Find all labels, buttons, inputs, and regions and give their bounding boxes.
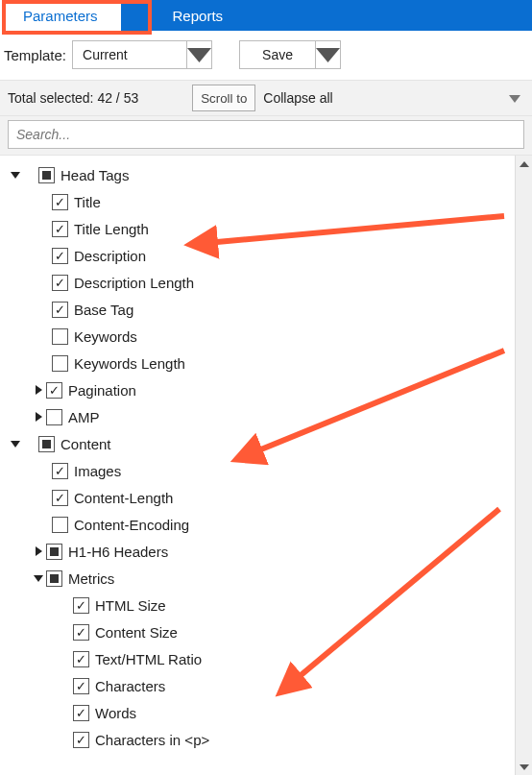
tree-item-title-length[interactable]: Title Length [0, 215, 532, 242]
template-value: Current [83, 47, 128, 62]
tree: Head Tags Title Title Length Description… [0, 156, 532, 753]
tree-item-description[interactable]: Description [0, 242, 532, 269]
tab-parameters[interactable]: Parameters [0, 0, 121, 31]
tree-label: Characters [95, 678, 165, 694]
tree-container: Head Tags Title Title Length Description… [0, 155, 532, 775]
vertical-scrollbar[interactable] [515, 156, 532, 775]
tree-group-amp[interactable]: AMP [0, 403, 532, 430]
tree-group-metrics[interactable]: Metrics [0, 565, 532, 592]
chevron-down-icon [187, 48, 211, 62]
checkbox[interactable] [52, 302, 68, 318]
tree-item-characters-in-p[interactable]: Characters in <p> [0, 726, 532, 753]
tree-label: Words [95, 705, 136, 721]
checkbox[interactable] [52, 355, 68, 372]
expand-toggle[interactable] [31, 412, 46, 422]
tree-label: Base Tag [74, 302, 133, 318]
collapse-all-button[interactable]: Collapse all [263, 90, 497, 106]
search-row [0, 116, 532, 155]
tree-label: Keywords Length [74, 355, 185, 372]
checkbox[interactable] [46, 570, 62, 587]
tree-label: Description [74, 248, 146, 264]
save-dropdown-button[interactable] [316, 40, 341, 69]
save-label: Save [262, 47, 293, 62]
expand-toggle[interactable] [31, 573, 46, 583]
tree-item-keywords-length[interactable]: Keywords Length [0, 350, 532, 376]
options-dropdown[interactable] [505, 90, 524, 106]
tree-label: Content [60, 436, 111, 452]
tree-item-images[interactable]: Images [0, 457, 532, 484]
checkbox[interactable] [52, 463, 68, 479]
tree-item-words[interactable]: Words [0, 699, 532, 726]
tree-item-characters[interactable]: Characters [0, 672, 532, 699]
template-label: Template: [4, 47, 66, 63]
tree-label: Description Length [74, 275, 194, 291]
checkbox[interactable] [52, 517, 68, 533]
tree-label: AMP [68, 409, 100, 425]
expand-toggle[interactable] [8, 170, 23, 180]
checkbox[interactable] [73, 624, 89, 641]
checkbox[interactable] [73, 651, 89, 667]
tree-item-description-length[interactable]: Description Length [0, 269, 532, 296]
template-select[interactable]: Current [72, 40, 212, 69]
tree-label: Title Length [74, 221, 149, 237]
tab-reports-label: Reports [173, 8, 224, 24]
tree-item-content-size[interactable]: Content Size [0, 618, 532, 645]
tree-label: Text/HTML Ratio [95, 651, 202, 667]
tree-label: Keywords [74, 328, 137, 345]
tree-group-pagination[interactable]: Pagination [0, 376, 532, 403]
tree-label: Content-Length [74, 490, 173, 506]
checkbox[interactable] [52, 248, 68, 264]
tree-group-head-tags[interactable]: Head Tags [0, 161, 532, 188]
expand-toggle[interactable] [31, 546, 46, 556]
chevron-down-icon [316, 48, 340, 62]
checkbox[interactable] [73, 597, 89, 614]
checkbox[interactable] [73, 678, 89, 694]
status-bar: Total selected: 42 / 53 Scroll to Collap… [0, 80, 532, 116]
tree-item-keywords[interactable]: Keywords [0, 323, 532, 350]
tree-label: Content-Encoding [74, 517, 189, 533]
checkbox[interactable] [73, 705, 89, 721]
expand-toggle[interactable] [8, 439, 23, 448]
checkbox[interactable] [46, 382, 62, 399]
checkbox[interactable] [46, 544, 62, 560]
tree-label: Head Tags [60, 167, 129, 183]
expand-toggle[interactable] [31, 385, 46, 395]
scroll-up-button[interactable] [516, 156, 532, 173]
tree-item-content-encoding[interactable]: Content-Encoding [0, 511, 532, 538]
tree-label: Characters in <p> [95, 732, 209, 748]
tree-label: Title [74, 194, 101, 210]
checkbox[interactable] [46, 409, 62, 425]
save-split-button[interactable]: Save [239, 40, 341, 69]
total-selected: Total selected: 42 / 53 [8, 90, 138, 106]
tree-group-content[interactable]: Content [0, 430, 532, 457]
tree-label: Metrics [68, 570, 114, 587]
tree-label: Images [74, 463, 121, 479]
toolbar: Template: Current Save [0, 31, 532, 80]
checkbox[interactable] [52, 490, 68, 506]
template-dropdown-button[interactable] [187, 40, 212, 69]
tree-item-content-length[interactable]: Content-Length [0, 484, 532, 511]
checkbox-content[interactable] [38, 436, 55, 452]
tree-label: H1-H6 Headers [68, 544, 168, 560]
tab-reports[interactable]: Reports [150, 0, 247, 31]
tree-item-title[interactable]: Title [0, 188, 532, 215]
search-input[interactable] [8, 120, 524, 149]
tree-item-html-size[interactable]: HTML Size [0, 592, 532, 618]
chevron-down-icon [509, 95, 520, 103]
tree-item-base-tag[interactable]: Base Tag [0, 296, 532, 323]
chevron-up-icon [520, 159, 529, 169]
scroll-down-button[interactable] [516, 759, 532, 775]
tab-parameters-label: Parameters [23, 8, 98, 24]
tree-label: Pagination [68, 382, 136, 399]
tree-item-text-html-ratio[interactable]: Text/HTML Ratio [0, 645, 532, 672]
checkbox[interactable] [52, 328, 68, 345]
tree-label: Content Size [95, 624, 178, 641]
scroll-to-button[interactable]: Scroll to [192, 85, 255, 111]
checkbox[interactable] [73, 732, 89, 748]
checkbox[interactable] [52, 221, 68, 237]
checkbox[interactable] [52, 194, 68, 210]
checkbox[interactable] [52, 275, 68, 291]
tree-group-h1h6[interactable]: H1-H6 Headers [0, 538, 532, 565]
tab-bar: Parameters Reports [0, 0, 532, 31]
checkbox-head-tags[interactable] [38, 167, 55, 183]
